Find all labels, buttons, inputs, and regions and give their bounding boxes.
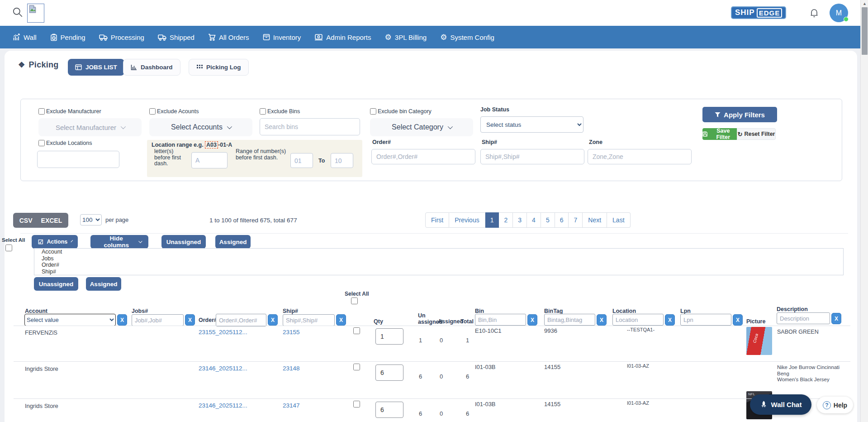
ship-filter-input[interactable]: [480, 149, 584, 164]
scrollbar-up-arrow[interactable]: ▲: [861, 0, 868, 7]
per-page-select[interactable]: 100: [80, 214, 102, 225]
hide-columns-button[interactable]: Hide columns: [90, 235, 148, 249]
clear-lpn-filter-button[interactable]: X: [733, 314, 743, 326]
exclude-manufacturer-checkbox[interactable]: Exclude Manufacturer: [38, 108, 101, 115]
pagination-page-5[interactable]: 5: [541, 212, 555, 228]
pagination-page-3[interactable]: 3: [513, 212, 527, 228]
nav-item-inventory[interactable]: Inventory: [263, 34, 301, 41]
pagination-page-7[interactable]: 7: [569, 212, 583, 228]
clear-jobs-filter-button[interactable]: X: [185, 314, 195, 326]
row3-checkbox[interactable]: [353, 401, 360, 408]
exclude-locations-checkbox[interactable]: Exclude Locations: [38, 140, 92, 146]
pagination-last[interactable]: Last: [607, 212, 630, 228]
unassigned-filter-button[interactable]: Unassigned: [161, 235, 206, 249]
range-from-input[interactable]: [290, 153, 313, 168]
nav-item-pending[interactable]: Pending: [50, 34, 85, 41]
pagination-page-2[interactable]: 2: [499, 212, 513, 228]
lpn-filter-input[interactable]: [680, 314, 731, 326]
jobs-filter-input[interactable]: [132, 314, 184, 326]
location-filter-input[interactable]: [612, 314, 664, 326]
chevron-down-icon: [71, 240, 73, 242]
shipedge-logo[interactable]: SHIP EDGE: [731, 6, 786, 19]
listbox-option-account[interactable]: Account: [34, 249, 843, 255]
scrollbar-thumb[interactable]: [862, 7, 868, 55]
clear-account-filter-button[interactable]: X: [117, 314, 127, 326]
order-filter-input-table[interactable]: [216, 314, 266, 326]
user-avatar[interactable]: M: [830, 4, 848, 22]
table-select-all-checkbox[interactable]: [351, 297, 358, 304]
bin-filter-input[interactable]: [475, 314, 526, 326]
exclude-accounts-checkbox[interactable]: Exclude Acounts: [149, 108, 199, 115]
listbox-option-order[interactable]: Order#: [34, 262, 843, 269]
row1-checkbox[interactable]: [353, 327, 360, 334]
clear-description-filter-button[interactable]: X: [831, 313, 841, 324]
pagination-next[interactable]: Next: [583, 212, 607, 228]
listbox-option-jobs[interactable]: Jobs: [34, 255, 843, 262]
select-category-dropdown[interactable]: Select Category: [370, 118, 473, 136]
nav-item-system-config[interactable]: ⚙ System Config: [440, 34, 494, 41]
row2-qty-input[interactable]: [375, 364, 403, 381]
row2-checkbox[interactable]: [353, 364, 360, 370]
listbox-option-ship[interactable]: Ship#: [34, 269, 843, 275]
order-filter-input[interactable]: [371, 149, 475, 164]
nav-item-admin-reports[interactable]: Admin Reports: [314, 34, 371, 41]
select-all-checkbox[interactable]: [5, 245, 12, 251]
clear-bin-filter-button[interactable]: X: [527, 314, 537, 326]
pagination-page-6[interactable]: 6: [555, 212, 569, 228]
bintag-filter-input[interactable]: [544, 314, 595, 326]
ship-filter-input-table[interactable]: [283, 314, 335, 326]
letters-before-dash-input[interactable]: [191, 152, 228, 168]
clear-location-filter-button[interactable]: X: [665, 314, 675, 326]
row3-qty-input[interactable]: [375, 402, 403, 418]
exclude-bin-category-checkbox[interactable]: Exclude bin Category: [370, 108, 432, 115]
row2-ship-link[interactable]: 23148: [283, 365, 300, 372]
excel-button[interactable]: EXCEL: [41, 217, 62, 224]
nav-item-all-orders[interactable]: All Orders: [208, 34, 249, 41]
tab-jobs-list[interactable]: JOBS LIST: [68, 59, 124, 76]
help-button[interactable]: ? Help: [817, 397, 853, 413]
job-status-select[interactable]: Select status: [480, 116, 583, 133]
row3-job-link[interactable]: 23146_2025112...: [199, 402, 247, 409]
csv-button[interactable]: CSV: [19, 217, 33, 224]
nav-item-processing[interactable]: Processing: [99, 34, 144, 41]
save-filter-button[interactable]: Save Filter: [702, 128, 737, 140]
exclude-locations-input[interactable]: [37, 151, 119, 168]
vertical-scrollbar[interactable]: ▲: [860, 0, 868, 422]
tab-dashboard[interactable]: Dashboard: [123, 59, 180, 76]
select-accounts-dropdown[interactable]: Select Accounts: [149, 118, 252, 136]
actions-dropdown-button[interactable]: ☑ Actions: [32, 235, 78, 249]
apply-filters-button[interactable]: Apply Filters: [702, 107, 777, 122]
row1-ship-link[interactable]: 23155: [283, 329, 300, 336]
assigned-filter-button[interactable]: Assigned: [215, 235, 251, 249]
reset-filter-button[interactable]: ↻ Reset Filter: [737, 128, 776, 140]
notifications-bell-icon[interactable]: [809, 7, 820, 18]
range-to-input[interactable]: [331, 153, 353, 168]
select-manufacturer-dropdown[interactable]: Select Manufacturer: [38, 118, 142, 136]
tab-picking-log[interactable]: Picking Log: [189, 59, 249, 76]
search-icon[interactable]: [12, 6, 24, 19]
clear-ship-filter-button[interactable]: X: [336, 314, 346, 326]
search-bins-input[interactable]: [260, 118, 360, 135]
assigned-filter-button-2[interactable]: Assigned: [86, 277, 121, 291]
pagination-first[interactable]: First: [425, 212, 449, 228]
row2-job-link[interactable]: 23146_2025112...: [199, 365, 247, 372]
nav-item-shipped[interactable]: Shipped: [158, 34, 194, 41]
exclude-bins-checkbox[interactable]: Exclude Bins: [260, 108, 300, 115]
description-filter-input[interactable]: [777, 312, 830, 324]
pagination-previous[interactable]: Previous: [449, 212, 485, 228]
row1-qty-input[interactable]: [375, 328, 403, 345]
row1-job-link[interactable]: 23155_2025112...: [199, 329, 247, 336]
pagination-page-1[interactable]: 1: [485, 212, 499, 228]
ship-filter-label: Ship#: [482, 139, 497, 145]
unassigned-filter-button-2[interactable]: Unassigned: [34, 277, 78, 291]
clear-order-filter-button[interactable]: X: [268, 314, 278, 326]
account-filter-select[interactable]: Select value: [24, 314, 116, 326]
row3-ship-link[interactable]: 23147: [283, 402, 300, 409]
nav-item-wall[interactable]: Wall: [13, 34, 37, 41]
clear-bintag-filter-button[interactable]: X: [597, 314, 607, 326]
wall-chat-button[interactable]: Wall Chat: [750, 394, 811, 415]
row1-product-picture[interactable]: Coca: [746, 327, 772, 355]
pagination-page-4[interactable]: 4: [527, 212, 541, 228]
zone-filter-input[interactable]: [588, 149, 692, 164]
nav-item-3pl-billing[interactable]: ⚙ 3PL Billing: [385, 34, 427, 41]
